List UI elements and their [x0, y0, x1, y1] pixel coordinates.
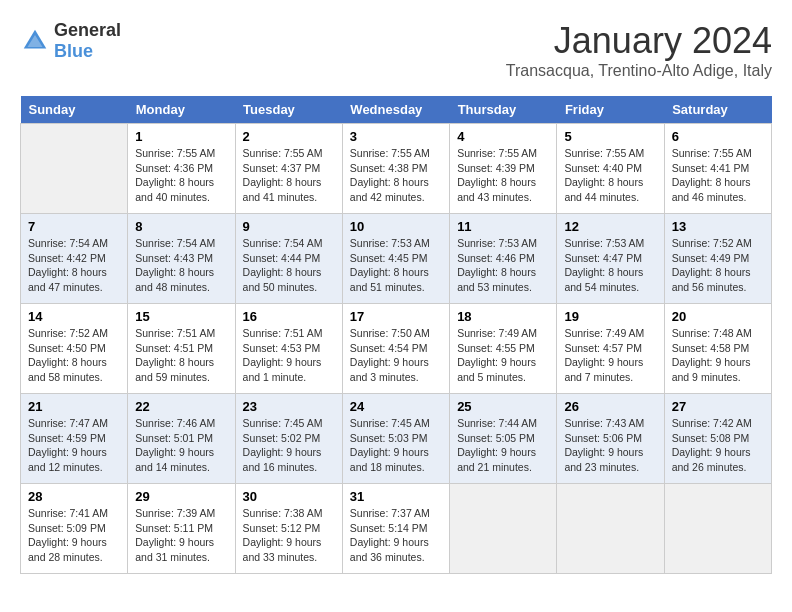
calendar-week-row: 21Sunrise: 7:47 AM Sunset: 4:59 PM Dayli… — [21, 394, 772, 484]
calendar-cell: 14Sunrise: 7:52 AM Sunset: 4:50 PM Dayli… — [21, 304, 128, 394]
calendar-cell: 28Sunrise: 7:41 AM Sunset: 5:09 PM Dayli… — [21, 484, 128, 574]
day-info: Sunrise: 7:45 AM Sunset: 5:03 PM Dayligh… — [350, 416, 442, 475]
day-number: 1 — [135, 129, 227, 144]
day-number: 26 — [564, 399, 656, 414]
calendar-cell: 30Sunrise: 7:38 AM Sunset: 5:12 PM Dayli… — [235, 484, 342, 574]
day-number: 11 — [457, 219, 549, 234]
day-number: 21 — [28, 399, 120, 414]
calendar-cell: 15Sunrise: 7:51 AM Sunset: 4:51 PM Dayli… — [128, 304, 235, 394]
day-number: 6 — [672, 129, 764, 144]
calendar-table: SundayMondayTuesdayWednesdayThursdayFrid… — [20, 96, 772, 574]
calendar-cell: 2Sunrise: 7:55 AM Sunset: 4:37 PM Daylig… — [235, 124, 342, 214]
day-number: 27 — [672, 399, 764, 414]
logo-blue-text: Blue — [54, 41, 93, 61]
day-info: Sunrise: 7:42 AM Sunset: 5:08 PM Dayligh… — [672, 416, 764, 475]
day-info: Sunrise: 7:46 AM Sunset: 5:01 PM Dayligh… — [135, 416, 227, 475]
day-info: Sunrise: 7:54 AM Sunset: 4:44 PM Dayligh… — [243, 236, 335, 295]
calendar-cell: 20Sunrise: 7:48 AM Sunset: 4:58 PM Dayli… — [664, 304, 771, 394]
calendar-cell: 7Sunrise: 7:54 AM Sunset: 4:42 PM Daylig… — [21, 214, 128, 304]
calendar-cell: 22Sunrise: 7:46 AM Sunset: 5:01 PM Dayli… — [128, 394, 235, 484]
day-info: Sunrise: 7:53 AM Sunset: 4:46 PM Dayligh… — [457, 236, 549, 295]
weekday-header-wednesday: Wednesday — [342, 96, 449, 124]
weekday-header-sunday: Sunday — [21, 96, 128, 124]
calendar-week-row: 1Sunrise: 7:55 AM Sunset: 4:36 PM Daylig… — [21, 124, 772, 214]
day-number: 4 — [457, 129, 549, 144]
location-title: Transacqua, Trentino-Alto Adige, Italy — [506, 62, 772, 80]
calendar-cell: 8Sunrise: 7:54 AM Sunset: 4:43 PM Daylig… — [128, 214, 235, 304]
calendar-cell: 5Sunrise: 7:55 AM Sunset: 4:40 PM Daylig… — [557, 124, 664, 214]
day-number: 8 — [135, 219, 227, 234]
day-number: 30 — [243, 489, 335, 504]
day-info: Sunrise: 7:41 AM Sunset: 5:09 PM Dayligh… — [28, 506, 120, 565]
day-number: 10 — [350, 219, 442, 234]
calendar-cell: 4Sunrise: 7:55 AM Sunset: 4:39 PM Daylig… — [450, 124, 557, 214]
day-number: 20 — [672, 309, 764, 324]
day-number: 3 — [350, 129, 442, 144]
day-info: Sunrise: 7:51 AM Sunset: 4:53 PM Dayligh… — [243, 326, 335, 385]
day-info: Sunrise: 7:53 AM Sunset: 4:45 PM Dayligh… — [350, 236, 442, 295]
day-number: 15 — [135, 309, 227, 324]
day-info: Sunrise: 7:45 AM Sunset: 5:02 PM Dayligh… — [243, 416, 335, 475]
day-number: 24 — [350, 399, 442, 414]
logo-general-text: General — [54, 20, 121, 40]
day-info: Sunrise: 7:52 AM Sunset: 4:50 PM Dayligh… — [28, 326, 120, 385]
day-info: Sunrise: 7:54 AM Sunset: 4:43 PM Dayligh… — [135, 236, 227, 295]
day-number: 2 — [243, 129, 335, 144]
day-info: Sunrise: 7:55 AM Sunset: 4:40 PM Dayligh… — [564, 146, 656, 205]
calendar-week-row: 7Sunrise: 7:54 AM Sunset: 4:42 PM Daylig… — [21, 214, 772, 304]
day-number: 18 — [457, 309, 549, 324]
calendar-cell: 25Sunrise: 7:44 AM Sunset: 5:05 PM Dayli… — [450, 394, 557, 484]
day-info: Sunrise: 7:51 AM Sunset: 4:51 PM Dayligh… — [135, 326, 227, 385]
month-title: January 2024 — [506, 20, 772, 62]
weekday-header-saturday: Saturday — [664, 96, 771, 124]
calendar-cell: 11Sunrise: 7:53 AM Sunset: 4:46 PM Dayli… — [450, 214, 557, 304]
weekday-header-thursday: Thursday — [450, 96, 557, 124]
calendar-cell — [557, 484, 664, 574]
calendar-cell: 27Sunrise: 7:42 AM Sunset: 5:08 PM Dayli… — [664, 394, 771, 484]
day-info: Sunrise: 7:55 AM Sunset: 4:38 PM Dayligh… — [350, 146, 442, 205]
day-number: 17 — [350, 309, 442, 324]
calendar-cell: 29Sunrise: 7:39 AM Sunset: 5:11 PM Dayli… — [128, 484, 235, 574]
day-info: Sunrise: 7:54 AM Sunset: 4:42 PM Dayligh… — [28, 236, 120, 295]
day-number: 28 — [28, 489, 120, 504]
calendar-cell — [21, 124, 128, 214]
day-number: 25 — [457, 399, 549, 414]
calendar-cell: 1Sunrise: 7:55 AM Sunset: 4:36 PM Daylig… — [128, 124, 235, 214]
title-section: January 2024 Transacqua, Trentino-Alto A… — [506, 20, 772, 80]
day-info: Sunrise: 7:49 AM Sunset: 4:57 PM Dayligh… — [564, 326, 656, 385]
day-number: 22 — [135, 399, 227, 414]
day-info: Sunrise: 7:52 AM Sunset: 4:49 PM Dayligh… — [672, 236, 764, 295]
day-info: Sunrise: 7:44 AM Sunset: 5:05 PM Dayligh… — [457, 416, 549, 475]
calendar-week-row: 14Sunrise: 7:52 AM Sunset: 4:50 PM Dayli… — [21, 304, 772, 394]
day-info: Sunrise: 7:43 AM Sunset: 5:06 PM Dayligh… — [564, 416, 656, 475]
calendar-cell: 3Sunrise: 7:55 AM Sunset: 4:38 PM Daylig… — [342, 124, 449, 214]
weekday-header-row: SundayMondayTuesdayWednesdayThursdayFrid… — [21, 96, 772, 124]
day-info: Sunrise: 7:53 AM Sunset: 4:47 PM Dayligh… — [564, 236, 656, 295]
logo: General Blue — [20, 20, 121, 62]
calendar-cell: 23Sunrise: 7:45 AM Sunset: 5:02 PM Dayli… — [235, 394, 342, 484]
day-number: 5 — [564, 129, 656, 144]
calendar-cell: 17Sunrise: 7:50 AM Sunset: 4:54 PM Dayli… — [342, 304, 449, 394]
calendar-cell — [664, 484, 771, 574]
calendar-cell: 9Sunrise: 7:54 AM Sunset: 4:44 PM Daylig… — [235, 214, 342, 304]
day-number: 13 — [672, 219, 764, 234]
day-number: 29 — [135, 489, 227, 504]
calendar-cell: 16Sunrise: 7:51 AM Sunset: 4:53 PM Dayli… — [235, 304, 342, 394]
day-info: Sunrise: 7:47 AM Sunset: 4:59 PM Dayligh… — [28, 416, 120, 475]
day-info: Sunrise: 7:55 AM Sunset: 4:39 PM Dayligh… — [457, 146, 549, 205]
day-number: 23 — [243, 399, 335, 414]
day-info: Sunrise: 7:50 AM Sunset: 4:54 PM Dayligh… — [350, 326, 442, 385]
calendar-cell — [450, 484, 557, 574]
weekday-header-monday: Monday — [128, 96, 235, 124]
calendar-cell: 6Sunrise: 7:55 AM Sunset: 4:41 PM Daylig… — [664, 124, 771, 214]
calendar-cell: 13Sunrise: 7:52 AM Sunset: 4:49 PM Dayli… — [664, 214, 771, 304]
weekday-header-tuesday: Tuesday — [235, 96, 342, 124]
calendar-cell: 21Sunrise: 7:47 AM Sunset: 4:59 PM Dayli… — [21, 394, 128, 484]
day-info: Sunrise: 7:55 AM Sunset: 4:36 PM Dayligh… — [135, 146, 227, 205]
day-number: 14 — [28, 309, 120, 324]
day-info: Sunrise: 7:49 AM Sunset: 4:55 PM Dayligh… — [457, 326, 549, 385]
calendar-cell: 18Sunrise: 7:49 AM Sunset: 4:55 PM Dayli… — [450, 304, 557, 394]
day-number: 12 — [564, 219, 656, 234]
calendar-cell: 31Sunrise: 7:37 AM Sunset: 5:14 PM Dayli… — [342, 484, 449, 574]
day-number: 9 — [243, 219, 335, 234]
